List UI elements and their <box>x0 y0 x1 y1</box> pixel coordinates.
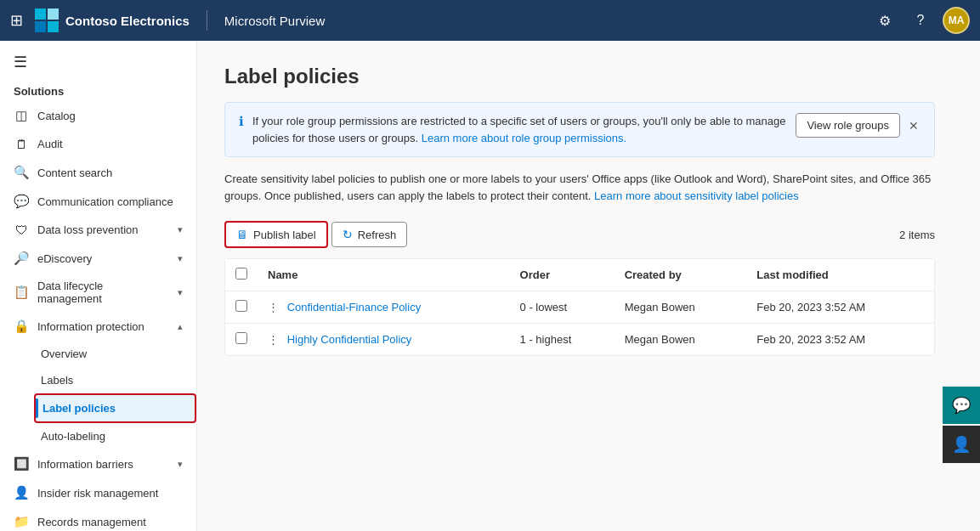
sidebar-item-records-management[interactable]: 📁 Records management <box>0 507 196 531</box>
monitor-icon: 🖥 <box>236 228 248 241</box>
topnav-logo: Contoso Electronics <box>35 8 190 32</box>
sidebar-item-overview[interactable]: Overview <box>34 341 196 367</box>
chevron-down-icon: ▾ <box>178 459 183 470</box>
data-loss-prevention-icon: 🛡 <box>14 223 29 237</box>
topnav: ⊞ Contoso Electronics Microsoft Purview … <box>0 0 980 41</box>
info-banner: ℹ If your role group permissions are res… <box>224 102 935 157</box>
policies-table: Name Order Created by Last modified ⋮ Co… <box>224 258 935 356</box>
sidebar-item-audit[interactable]: 🗒 Audit <box>0 130 196 158</box>
sidebar-label-content-search: Content search <box>37 167 183 179</box>
sidebar-item-content-search[interactable]: 🔍 Content search <box>0 158 196 187</box>
catalog-icon: ◫ <box>14 108 29 123</box>
sidebar-label-catalog: Catalog <box>37 110 183 122</box>
name-column-header: Name <box>258 259 510 291</box>
chevron-up-icon: ▴ <box>178 321 183 332</box>
refresh-icon: ↻ <box>343 228 353 241</box>
policy-last-modified-cell-1: Feb 20, 2023 3:52 AM <box>746 324 934 356</box>
data-lifecycle-icon: 📋 <box>14 285 29 300</box>
policy-link-0[interactable]: Confidential-Finance Policy <box>287 301 422 314</box>
sidebar-item-data-lifecycle[interactable]: 📋 Data lifecycle management ▾ <box>0 273 196 312</box>
sidebar-header: ☰ <box>0 41 196 78</box>
sidebar-item-information-barriers[interactable]: 🔲 Information barriers ▾ <box>0 449 196 478</box>
sidebar-item-data-loss-prevention[interactable]: 🛡 Data loss prevention ▾ <box>0 216 196 244</box>
hamburger-icon[interactable]: ☰ <box>14 53 27 71</box>
toolbar: 🖥 Publish label ↻ Refresh 2 items <box>224 221 935 248</box>
information-protection-submenu: Overview Labels Label policies Auto-labe… <box>0 341 196 449</box>
ediscovery-icon: 🔎 <box>14 251 29 266</box>
page-title: Label policies <box>224 65 935 88</box>
table-header-row: Name Order Created by Last modified <box>225 259 934 291</box>
row-checkbox-cell <box>225 324 258 356</box>
refresh-button[interactable]: ↻ Refresh <box>331 222 408 247</box>
help-button[interactable]: ? <box>907 7 934 34</box>
sidebar-item-label-policies[interactable]: Label policies <box>34 393 196 423</box>
row-more-icon-0[interactable]: ⋮ <box>268 301 279 314</box>
records-management-icon: 📁 <box>14 514 29 529</box>
sidebar-label-information-barriers: Information barriers <box>37 458 169 471</box>
sidebar-label-auto-labeling: Auto-labeling <box>41 430 183 443</box>
banner-actions: View role groups ✕ <box>796 113 921 138</box>
grid-icon[interactable]: ⊞ <box>10 11 23 30</box>
publish-label-text: Publish label <box>253 229 316 241</box>
fab-buttons: 💬 👤 <box>943 387 980 463</box>
app-name: Microsoft Purview <box>224 14 325 28</box>
svg-rect-0 <box>35 8 46 20</box>
sidebar-item-catalog[interactable]: ◫ Catalog <box>0 101 196 130</box>
chat-fab-button[interactable]: 💬 <box>943 387 980 424</box>
user-avatar[interactable]: MA <box>943 7 970 34</box>
sidebar-label-communication-compliance: Communication compliance <box>37 195 183 208</box>
sidebar-item-labels[interactable]: Labels <box>34 367 196 393</box>
chevron-down-icon: ▾ <box>178 253 183 264</box>
policy-name-cell: ⋮ Highly Confidential Policy <box>258 324 510 356</box>
settings-button[interactable]: ⚙ <box>871 7 898 34</box>
publish-label-button[interactable]: 🖥 Publish label <box>224 221 328 248</box>
sidebar-label-data-loss-prevention: Data loss prevention <box>37 223 169 236</box>
chevron-down-icon: ▾ <box>178 287 183 298</box>
policy-created-by-cell-0: Megan Bowen <box>615 291 747 324</box>
policy-order-cell-0: 0 - lowest <box>510 291 615 324</box>
sidebar-item-auto-labeling[interactable]: Auto-labeling <box>34 423 196 449</box>
row-checkbox-0[interactable] <box>235 300 247 312</box>
banner-text: If your role group permissions are restr… <box>252 113 787 146</box>
order-column-header: Order <box>510 259 615 291</box>
role-permissions-link[interactable]: Learn more about role group permissions. <box>422 132 626 144</box>
sidebar-label-information-protection: Information protection <box>37 320 169 333</box>
information-barriers-icon: 🔲 <box>14 456 29 472</box>
svg-rect-2 <box>35 21 46 32</box>
communication-compliance-icon: 💬 <box>14 194 29 209</box>
sidebar-label-data-lifecycle: Data lifecycle management <box>37 280 169 305</box>
items-count: 2 items <box>899 229 935 241</box>
learn-more-link[interactable]: Learn more about sensitivity label polic… <box>594 189 799 202</box>
sidebar-label-overview: Overview <box>41 347 183 360</box>
policy-created-by-cell-1: Megan Bowen <box>615 324 747 356</box>
sidebar-item-insider-risk[interactable]: 👤 Insider risk management <box>0 478 196 507</box>
sidebar-item-communication-compliance[interactable]: 💬 Communication compliance <box>0 187 196 216</box>
person-fab-button[interactable]: 👤 <box>943 426 980 463</box>
view-role-groups-button[interactable]: View role groups <box>796 113 900 138</box>
sidebar-section-label: Solutions <box>0 78 196 101</box>
sidebar: ☰ Solutions ◫ Catalog 🗒 Audit 🔍 Content … <box>0 41 197 531</box>
sidebar-label-audit: Audit <box>37 138 183 150</box>
chevron-down-icon: ▾ <box>178 224 183 235</box>
sidebar-label-records-management: Records management <box>37 516 183 528</box>
sidebar-item-information-protection[interactable]: 🔒 Information protection ▴ <box>0 312 196 341</box>
close-banner-button[interactable]: ✕ <box>907 117 921 134</box>
table-row: ⋮ Confidential-Finance Policy 0 - lowest… <box>225 291 934 324</box>
select-all-checkbox[interactable] <box>235 268 247 280</box>
policy-name-cell: ⋮ Confidential-Finance Policy <box>258 291 510 324</box>
sidebar-item-ediscovery[interactable]: 🔎 eDiscovery ▾ <box>0 244 196 273</box>
svg-rect-1 <box>48 8 59 20</box>
row-checkbox-1[interactable] <box>235 332 247 344</box>
content-search-icon: 🔍 <box>14 165 29 180</box>
main-content: Label policies ℹ If your role group perm… <box>197 41 980 531</box>
sidebar-label-labels: Labels <box>41 374 183 387</box>
select-all-header <box>225 259 258 291</box>
audit-icon: 🗒 <box>14 137 29 151</box>
brand-name: Contoso Electronics <box>65 14 190 28</box>
policy-order-cell-1: 1 - highest <box>510 324 615 356</box>
policy-last-modified-cell-0: Feb 20, 2023 3:52 AM <box>746 291 934 324</box>
refresh-label-text: Refresh <box>358 229 397 241</box>
row-more-icon-1[interactable]: ⋮ <box>268 333 279 346</box>
sidebar-label-insider-risk: Insider risk management <box>37 487 183 500</box>
policy-link-1[interactable]: Highly Confidential Policy <box>287 333 412 346</box>
